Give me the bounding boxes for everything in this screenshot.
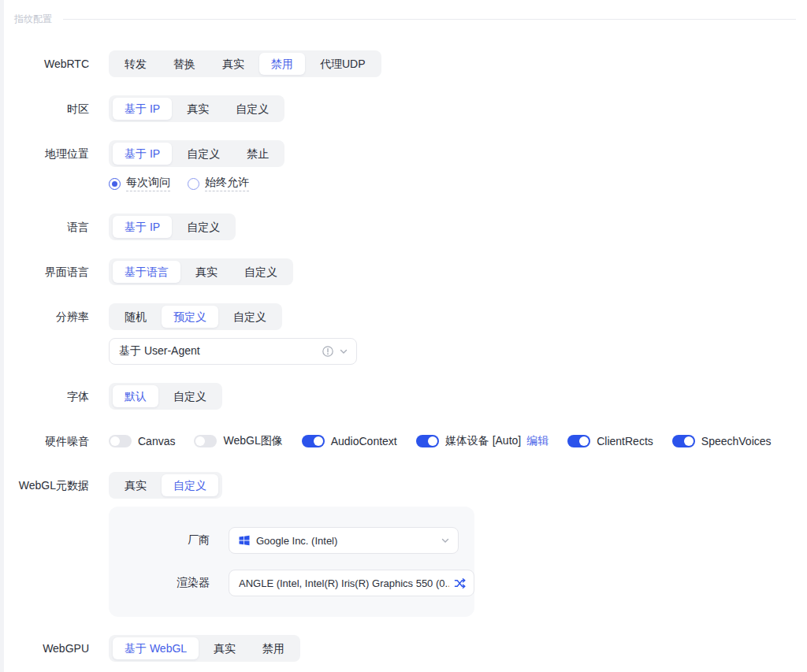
toggle-label-canvas: Canvas [138,435,175,447]
radio-always-allow[interactable]: 始终允许 [188,176,249,191]
webgl-metadata-option-custom[interactable]: 自定义 [162,474,218,496]
vendor-select[interactable]: Google Inc. (Intel) [229,527,459,554]
row-language: 语言 基于 IP 自定义 [4,213,807,240]
toggle-speechvoices: SpeechVoices [672,435,772,447]
row-font: 字体 默认 自定义 [4,383,807,410]
shuffle-icon[interactable] [454,577,466,589]
chevron-down-icon [339,347,348,356]
resolution-select[interactable]: 基于 User-Agent [109,338,357,365]
renderer-label: 渲染器 [125,576,210,590]
font-segmented-control: 默认 自定义 [109,383,222,410]
info-icon [322,346,333,357]
webrtc-option-disabled[interactable]: 禁用 [259,53,305,75]
vendor-label: 厂商 [125,533,210,548]
row-label-ui-language: 界面语言 [4,258,89,285]
section-divider [63,19,796,20]
radio-icon-checked [109,178,121,190]
resolution-option-custom[interactable]: 自定义 [221,306,278,328]
toggle-media-devices: 媒体设备 [Auto] 编辑 [416,434,549,448]
language-option-based-on-ip[interactable]: 基于 IP [113,216,172,238]
resolution-segmented-control: 随机 预定义 自定义 [109,303,282,330]
radio-label: 始终允许 [205,176,249,191]
webgl-metadata-panel: 厂商 Google Inc. (Intel) [109,507,474,617]
toggle-label-media-devices: 媒体设备 [Auto] [445,434,521,448]
vendor-select-value: Google Inc. (Intel) [256,535,441,547]
webgpu-option-disabled[interactable]: 禁用 [251,637,296,659]
language-segmented-control: 基于 IP 自定义 [109,213,236,240]
language-option-custom[interactable]: 自定义 [175,216,232,238]
row-webgpu: WebGPU 基于 WebGL 真实 禁用 [4,635,807,662]
audiocontext-switch[interactable] [302,435,325,447]
ui-language-option-real[interactable]: 真实 [184,261,229,283]
chevron-down-icon [441,536,450,545]
webrtc-option-proxy-udp[interactable]: 代理UDP [308,53,377,75]
row-geolocation: 地理位置 基于 IP 自定义 禁止 每次询问 始终允许 [4,140,807,191]
webgpu-option-based-on-webgl[interactable]: 基于 WebGL [113,637,199,659]
ui-language-option-custom[interactable]: 自定义 [232,261,289,283]
row-resolution: 分辨率 随机 预定义 自定义 基于 User-Agent [4,303,807,365]
webrtc-option-replace[interactable]: 替换 [162,53,207,75]
radio-ask-every-time[interactable]: 每次询问 [109,176,170,191]
windows-logo-icon [239,535,250,546]
vendor-row: 厂商 Google Inc. (Intel) [125,527,459,554]
geolocation-radio-group: 每次询问 始终允许 [109,176,284,191]
hardware-noise-toggles: Canvas WebGL图像 AudioContext 媒体设备 [Auto] … [109,428,772,455]
font-option-default[interactable]: 默认 [113,385,158,407]
clientrects-switch[interactable] [567,435,590,447]
row-webgl-metadata: WebGL元数据 真实 自定义 厂商 [4,472,807,617]
geolocation-segmented-control: 基于 IP 自定义 禁止 [109,140,284,167]
ui-language-option-based-on-language[interactable]: 基于语言 [113,261,180,283]
row-label-webgpu: WebGPU [4,635,89,662]
row-ui-language: 界面语言 基于语言 真实 自定义 [4,258,807,285]
resolution-select-value: 基于 User-Agent [119,344,316,358]
webrtc-segmented-control: 转发 替换 真实 禁用 代理UDP [109,50,381,77]
section-title: 指纹配置 [14,13,52,26]
renderer-row: 渲染器 ANGLE (Intel, Intel(R) Iris(R) Graph… [125,570,459,596]
timezone-option-custom[interactable]: 自定义 [224,98,281,120]
webgl-image-switch[interactable] [194,435,217,447]
row-label-hardware-noise: 硬件噪音 [4,428,89,455]
row-label-webgl-metadata: WebGL元数据 [4,472,89,499]
renderer-input[interactable]: ANGLE (Intel, Intel(R) Iris(R) Graphics … [229,570,474,596]
webgl-metadata-segmented-control: 真实 自定义 [109,472,222,499]
toggle-label-clientrects: ClientRects [597,435,653,447]
toggle-label-audiocontext: AudioContext [331,435,397,447]
webrtc-option-forward[interactable]: 转发 [113,53,158,75]
media-devices-edit-link[interactable]: 编辑 [526,434,549,448]
timezone-segmented-control: 基于 IP 真实 自定义 [109,95,284,122]
speechvoices-switch[interactable] [672,435,695,447]
canvas-switch[interactable] [109,435,132,447]
toggle-label-webgl-image: WebGL图像 [223,434,282,448]
toggle-label-speechvoices: SpeechVoices [701,435,772,447]
timezone-option-real[interactable]: 真实 [175,98,221,120]
webgpu-option-real[interactable]: 真实 [202,637,247,659]
row-hardware-noise: 硬件噪音 Canvas WebGL图像 AudioContext 媒体设备 [A… [4,428,807,455]
geolocation-option-based-on-ip[interactable]: 基于 IP [113,143,172,165]
resolution-option-random[interactable]: 随机 [113,306,158,328]
geolocation-option-custom[interactable]: 自定义 [175,143,232,165]
webgl-metadata-option-real[interactable]: 真实 [113,474,158,496]
row-webrtc: WebRTC 转发 替换 真实 禁用 代理UDP [4,50,807,77]
row-label-language: 语言 [4,213,89,240]
media-devices-switch[interactable] [416,435,439,447]
toggle-clientrects: ClientRects [567,435,653,447]
webrtc-option-real[interactable]: 真实 [210,53,256,75]
row-label-resolution: 分辨率 [4,303,89,330]
radio-label: 每次询问 [126,176,170,191]
fingerprint-config-page: 指纹配置 WebRTC 转发 替换 真实 禁用 代理UDP 时区 基于 IP 真… [4,0,807,672]
row-label-timezone: 时区 [4,95,89,122]
renderer-value: ANGLE (Intel, Intel(R) Iris(R) Graphics … [239,577,449,589]
webgpu-segmented-control: 基于 WebGL 真实 禁用 [109,635,300,662]
row-label-geolocation: 地理位置 [4,140,89,167]
row-label-webrtc: WebRTC [4,50,89,77]
resolution-option-predefined[interactable]: 预定义 [162,306,218,328]
font-option-custom[interactable]: 自定义 [162,385,218,407]
timezone-option-based-on-ip[interactable]: 基于 IP [113,98,172,120]
toggle-canvas: Canvas [109,435,175,447]
ui-language-segmented-control: 基于语言 真实 自定义 [109,258,293,285]
toggle-webgl-image: WebGL图像 [194,434,282,448]
geolocation-option-forbid[interactable]: 禁止 [235,143,281,165]
radio-icon-unchecked [188,178,199,190]
toggle-audiocontext: AudioContext [302,435,397,447]
row-timezone: 时区 基于 IP 真实 自定义 [4,95,807,122]
